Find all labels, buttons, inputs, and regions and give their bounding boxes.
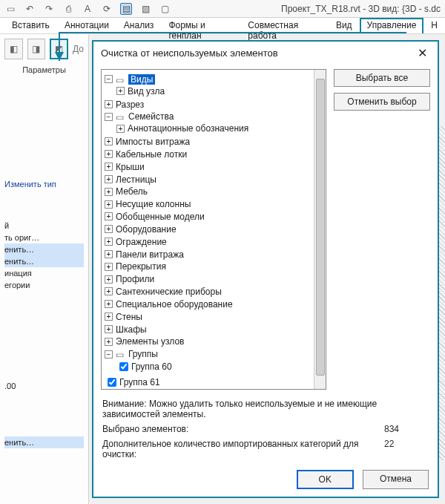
folder-icon: ▭ bbox=[116, 75, 126, 84]
expand-icon[interactable]: + bbox=[105, 150, 113, 158]
tree-node[interactable]: +Сантехнические приборы bbox=[105, 285, 324, 298]
expand-icon[interactable]: + bbox=[105, 188, 113, 196]
tree-node[interactable]: +Ограждение bbox=[105, 235, 324, 248]
tree-node[interactable]: +Кабельные лотки bbox=[105, 148, 324, 160]
tree-node[interactable]: −▭Виды+Вид узла bbox=[105, 73, 324, 98]
collapse-icon[interactable]: − bbox=[105, 350, 113, 359]
extra-categories-value: 22 bbox=[384, 439, 429, 459]
expand-icon[interactable]: + bbox=[105, 338, 113, 346]
undo-icon[interactable]: ↶ bbox=[24, 3, 36, 15]
tree-checkbox[interactable] bbox=[108, 378, 116, 387]
expand-icon[interactable]: + bbox=[105, 238, 113, 246]
tree-checkbox[interactable] bbox=[119, 362, 128, 371]
tree-node-label: Шкафы bbox=[116, 324, 147, 334]
redo-icon[interactable]: ↷ bbox=[43, 3, 55, 15]
expand-icon[interactable]: + bbox=[105, 200, 113, 209]
menu-управление[interactable]: Управление bbox=[360, 18, 424, 33]
thin-lines-icon[interactable]: ▤ bbox=[120, 3, 132, 15]
open-icon[interactable]: ▭ bbox=[4, 3, 16, 15]
tree-node[interactable]: −▭ГруппыГруппа 60 bbox=[105, 347, 324, 375]
tree-node-label: Вид узла bbox=[128, 86, 165, 96]
purge-unused-icon[interactable]: ◩ bbox=[50, 39, 68, 59]
tree-node-label: Лестницы bbox=[116, 174, 156, 184]
tree-node-label: Группа 60 bbox=[131, 361, 172, 372]
expand-icon[interactable]: + bbox=[105, 163, 113, 171]
expand-icon[interactable]: + bbox=[116, 87, 125, 95]
menu-анализ[interactable]: Анализ bbox=[116, 18, 162, 33]
select-all-button[interactable]: Выбрать все bbox=[334, 69, 430, 87]
tree-node-label: Стены bbox=[116, 312, 142, 322]
cancel-button[interactable]: Отмена bbox=[363, 470, 429, 489]
tree-node[interactable]: +Специальное оборудование bbox=[105, 298, 324, 310]
menu-н[interactable]: Н bbox=[423, 18, 445, 33]
tree-node[interactable]: +Профили bbox=[105, 272, 324, 285]
tree-node[interactable]: +Мебель bbox=[105, 185, 324, 197]
expand-icon[interactable]: + bbox=[105, 325, 113, 333]
menu-вид[interactable]: Вид bbox=[329, 18, 360, 33]
expand-icon[interactable]: + bbox=[105, 225, 113, 233]
tree-node[interactable]: +Перекрытия bbox=[105, 260, 324, 272]
folder-icon: ▭ bbox=[116, 350, 126, 359]
tree-node-label: Элементы узлов bbox=[116, 336, 184, 347]
tree-node[interactable]: +Разрез bbox=[105, 98, 324, 111]
close-views-icon[interactable]: ▧ bbox=[139, 3, 151, 15]
ribbon-tabs: ВставитьАннотацииАнализФормы и генпланСо… bbox=[0, 18, 445, 34]
tree-node[interactable]: +Импосты витража bbox=[105, 135, 324, 148]
tree-node[interactable]: +Шкафы bbox=[105, 323, 324, 336]
warning-text: Внимание: Можно удалить только неиспольз… bbox=[102, 399, 429, 419]
tree-node[interactable]: +Вид узла bbox=[116, 85, 324, 97]
extra-categories-label: Дополнительное количество импортированны… bbox=[102, 439, 384, 459]
edit-type-link[interactable]: Изменить тип bbox=[4, 180, 56, 189]
tree-node[interactable]: +Аннотационные обозначения bbox=[116, 122, 324, 134]
tree-node-label: Мебель bbox=[116, 186, 148, 197]
tree-node[interactable]: Группа 61 bbox=[105, 375, 324, 390]
tree-node[interactable]: +Оборудование bbox=[105, 223, 324, 235]
expand-icon[interactable]: + bbox=[105, 175, 113, 183]
close-icon[interactable]: ✕ bbox=[415, 46, 430, 60]
tree-scrollbar[interactable] bbox=[314, 70, 326, 389]
tree-node[interactable]: Группа 60 bbox=[116, 359, 324, 374]
tree-node[interactable]: +Элементы узлов bbox=[105, 335, 324, 347]
expand-icon[interactable]: + bbox=[105, 312, 113, 321]
tree-node-label: Профили bbox=[116, 274, 154, 284]
expand-icon[interactable]: + bbox=[105, 100, 113, 108]
switch-windows-icon[interactable]: ▢ bbox=[159, 3, 171, 15]
print-icon[interactable]: ⎙ bbox=[62, 3, 74, 15]
category-tree[interactable]: −▭Виды+Вид узла+Разрез−▭Семейства+Аннота… bbox=[101, 69, 326, 390]
tree-node[interactable]: +Обобщенные модели bbox=[105, 210, 324, 223]
expand-icon[interactable]: + bbox=[105, 275, 113, 284]
expand-icon[interactable]: + bbox=[116, 125, 125, 133]
materials-icon[interactable]: ◧ bbox=[4, 39, 23, 59]
expand-icon[interactable]: + bbox=[105, 263, 113, 271]
menu-аннотации[interactable]: Аннотации bbox=[57, 18, 116, 33]
tree-node-label: Импосты витража bbox=[116, 137, 190, 147]
folder-icon: ▭ bbox=[116, 112, 126, 121]
expand-icon[interactable]: + bbox=[105, 287, 113, 295]
menu-совместная работа[interactable]: Совместная работа bbox=[240, 18, 329, 33]
ok-button[interactable]: OK bbox=[297, 470, 354, 489]
collapse-icon[interactable]: − bbox=[105, 75, 113, 83]
object-styles-icon[interactable]: ◨ bbox=[27, 39, 46, 59]
tree-node[interactable]: +Панели витража bbox=[105, 248, 324, 261]
quick-access-toolbar: ▭ ↶ ↷ ⎙ A ⟳ ▤ ▧ ▢ Проект_TX_R18.rvt - 3D… bbox=[0, 0, 445, 18]
tree-node-label: Аннотационные обозначения bbox=[128, 123, 248, 134]
tree-node-label: Специальное оборудование bbox=[116, 299, 233, 310]
expand-icon[interactable]: + bbox=[105, 212, 113, 220]
tree-node[interactable]: +Крыши bbox=[105, 160, 324, 173]
tree-node[interactable]: −▭Семейства+Аннотационные обозначения bbox=[105, 110, 324, 135]
tree-node[interactable]: +Стены bbox=[105, 310, 324, 323]
tree-node-label: Перекрытия bbox=[116, 261, 166, 272]
collapse-icon[interactable]: − bbox=[105, 113, 113, 121]
tree-node[interactable]: +Лестницы bbox=[105, 173, 324, 186]
menu-вставить[interactable]: Вставить bbox=[4, 18, 57, 33]
deselect-all-button[interactable]: Отменить выбор bbox=[334, 93, 430, 111]
expand-icon[interactable]: + bbox=[105, 300, 113, 308]
panel-title-parameters: Параметры bbox=[4, 65, 84, 74]
expand-icon[interactable]: + bbox=[105, 250, 113, 258]
text-icon[interactable]: A bbox=[82, 3, 93, 15]
tree-node-label: Группа 61 bbox=[119, 377, 160, 387]
expand-icon[interactable]: + bbox=[105, 137, 113, 145]
menu-формы и генплан[interactable]: Формы и генплан bbox=[161, 18, 240, 33]
sync-icon[interactable]: ⟳ bbox=[101, 3, 113, 15]
tree-node[interactable]: +Несущие колонны bbox=[105, 197, 324, 210]
